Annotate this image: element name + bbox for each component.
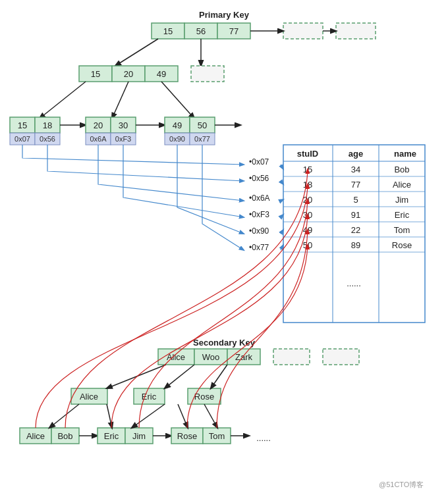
watermark: @51CTO博客: [379, 481, 424, 488]
svg-text:•0x56: •0x56: [249, 174, 269, 183]
svg-text:Rose: Rose: [392, 240, 412, 250]
svg-text:91: 91: [351, 210, 360, 220]
svg-text:Eric: Eric: [395, 210, 410, 220]
svg-text:......: ......: [256, 433, 271, 443]
svg-text:49: 49: [157, 69, 166, 79]
svg-text:......: ......: [347, 278, 361, 288]
svg-text:77: 77: [351, 180, 360, 190]
svg-text:Rose: Rose: [194, 392, 214, 402]
svg-text:49: 49: [173, 120, 182, 130]
svg-text:•0x90: •0x90: [249, 226, 269, 236]
svg-text:Jim: Jim: [395, 195, 408, 205]
svg-text:22: 22: [351, 225, 360, 235]
svg-line-18: [40, 82, 86, 118]
svg-line-106: [165, 365, 194, 388]
svg-text:name: name: [394, 149, 416, 159]
svg-text:Woo: Woo: [202, 352, 220, 362]
svg-line-124: [49, 404, 79, 428]
svg-line-127: [178, 404, 188, 428]
svg-text:15: 15: [163, 26, 173, 36]
svg-rect-6: [336, 23, 376, 39]
svg-text:0x90: 0x90: [169, 135, 185, 143]
svg-text:34: 34: [351, 165, 360, 174]
svg-text:Bob: Bob: [57, 431, 72, 441]
primary-key-label: Primary Key: [199, 10, 250, 20]
svg-text:•0x6A: •0x6A: [249, 194, 270, 203]
svg-text:0x77: 0x77: [194, 135, 210, 143]
svg-line-20: [161, 82, 194, 118]
svg-rect-17: [191, 66, 224, 82]
svg-text:Alice: Alice: [80, 392, 98, 402]
svg-text:5: 5: [353, 195, 358, 205]
svg-text:stuID: stuID: [297, 149, 319, 159]
svg-line-126: [132, 404, 165, 428]
svg-text:•0xF3: •0xF3: [249, 210, 269, 219]
svg-text:0xF3: 0xF3: [115, 135, 131, 143]
svg-line-128: [204, 404, 217, 428]
svg-text:20: 20: [94, 120, 103, 130]
svg-rect-98: [323, 349, 359, 365]
svg-text:age: age: [349, 149, 363, 159]
svg-text:Zark: Zark: [235, 352, 253, 362]
svg-text:Alice: Alice: [26, 431, 45, 441]
svg-text:30: 30: [119, 120, 128, 130]
svg-text:Tom: Tom: [209, 431, 225, 441]
svg-text:•0x77: •0x77: [249, 243, 269, 252]
svg-rect-5: [283, 23, 323, 39]
svg-text:77: 77: [229, 26, 238, 36]
svg-rect-97: [273, 349, 310, 365]
svg-text:20: 20: [124, 69, 133, 79]
svg-text:56: 56: [196, 26, 206, 36]
svg-text:Tom: Tom: [394, 225, 410, 235]
svg-text:•0x07: •0x07: [249, 157, 269, 167]
svg-text:15: 15: [91, 69, 100, 79]
svg-text:Jim: Jim: [132, 431, 146, 441]
svg-line-7: [115, 39, 158, 66]
svg-text:89: 89: [351, 240, 360, 250]
svg-text:Alice: Alice: [393, 180, 411, 190]
svg-text:Rose: Rose: [177, 431, 197, 441]
svg-text:18: 18: [43, 120, 52, 130]
svg-text:0x07: 0x07: [14, 135, 30, 143]
svg-text:0x56: 0x56: [40, 135, 55, 143]
svg-text:50: 50: [198, 120, 207, 130]
svg-text:Eric: Eric: [104, 431, 119, 441]
svg-text:15: 15: [18, 120, 27, 130]
svg-text:0x6A: 0x6A: [90, 135, 107, 143]
svg-line-19: [112, 82, 128, 118]
svg-line-107: [211, 365, 227, 388]
svg-text:Bob: Bob: [394, 165, 409, 174]
